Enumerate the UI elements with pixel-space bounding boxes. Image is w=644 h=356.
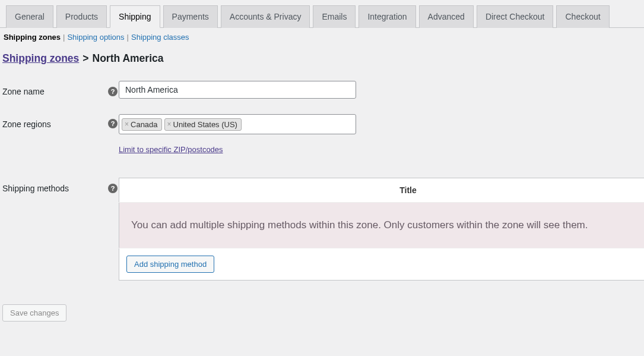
shipping-methods-table: Title You can add multiple shipping meth… bbox=[119, 178, 644, 281]
tab-advanced[interactable]: Advanced bbox=[419, 5, 474, 28]
zone-name-label: Zone name bbox=[0, 81, 119, 111]
limit-postcodes-link[interactable]: Limit to specific ZIP/postcodes bbox=[119, 145, 223, 154]
tab-payments[interactable]: Payments bbox=[163, 5, 218, 28]
tab-shipping[interactable]: Shipping bbox=[110, 5, 160, 28]
tab-accounts-privacy[interactable]: Accounts & Privacy bbox=[221, 5, 310, 28]
subtab-shipping-classes[interactable]: Shipping classes bbox=[131, 33, 189, 42]
subtab-shipping-options[interactable]: Shipping options bbox=[67, 33, 124, 42]
tab-direct-checkout[interactable]: Direct Checkout bbox=[477, 5, 554, 28]
region-tag-label: Canada bbox=[131, 120, 158, 129]
close-icon[interactable]: × bbox=[167, 121, 172, 128]
help-icon[interactable]: ? bbox=[108, 87, 118, 96]
close-icon[interactable]: × bbox=[125, 121, 129, 128]
tab-integration[interactable]: Integration bbox=[359, 5, 415, 28]
breadcrumb-root[interactable]: Shipping zones bbox=[2, 52, 79, 64]
help-icon[interactable]: ? bbox=[108, 119, 118, 128]
region-tag: × United States (US) bbox=[164, 118, 242, 131]
tab-checkout[interactable]: Checkout bbox=[556, 5, 609, 28]
breadcrumb-current: North America bbox=[93, 52, 164, 64]
help-icon[interactable]: ? bbox=[108, 184, 118, 193]
add-shipping-method-button[interactable]: Add shipping method bbox=[126, 256, 214, 273]
region-tag: × Canada bbox=[122, 118, 162, 131]
methods-header-title: Title bbox=[119, 178, 645, 203]
tab-products[interactable]: Products bbox=[56, 5, 107, 28]
subtab-shipping-zones[interactable]: Shipping zones bbox=[4, 33, 61, 42]
shipping-methods-label: Shipping methods bbox=[0, 166, 119, 292]
tab-general[interactable]: General bbox=[6, 5, 53, 28]
region-tag-label: United States (US) bbox=[173, 120, 237, 129]
breadcrumb: Shipping zones>North America bbox=[2, 52, 644, 65]
subtabs: Shipping zones | Shipping options | Ship… bbox=[0, 33, 644, 42]
methods-empty-notice: You can add multiple shipping methods wi… bbox=[119, 203, 645, 248]
zone-name-input[interactable] bbox=[119, 81, 356, 99]
zone-regions-input[interactable]: × Canada × United States (US) bbox=[119, 114, 356, 134]
tab-emails[interactable]: Emails bbox=[313, 5, 356, 28]
nav-tab-wrapper: General Products Shipping Payments Accou… bbox=[0, 0, 644, 28]
zone-regions-label: Zone regions bbox=[0, 111, 119, 166]
save-changes-button[interactable]: Save changes bbox=[2, 304, 66, 322]
